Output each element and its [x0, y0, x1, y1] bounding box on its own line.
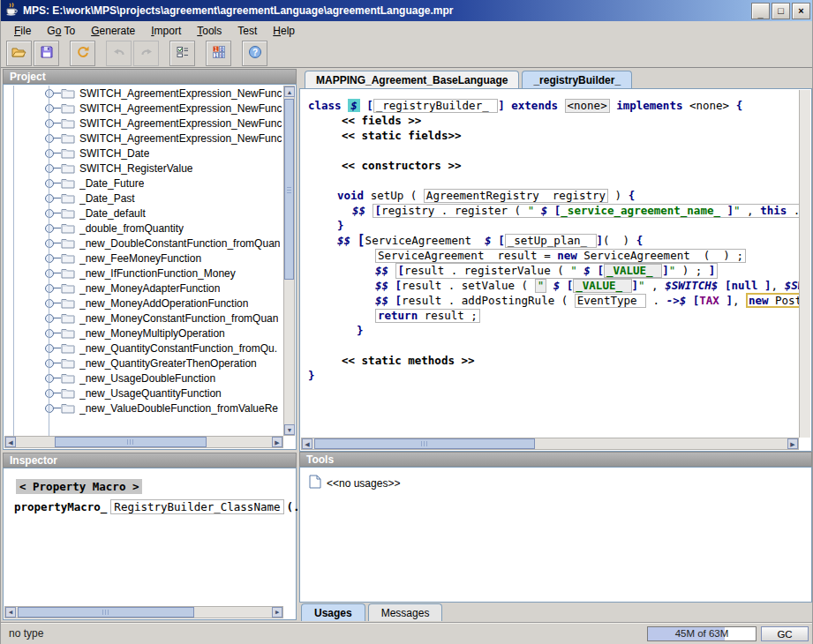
scrollbar-thumb[interactable] — [314, 438, 535, 449]
scroll-left-icon[interactable]: ◀ — [302, 438, 312, 449]
tree-collapsed-handle-icon[interactable] — [45, 404, 54, 413]
scroll-down-icon[interactable]: ▼ — [284, 424, 295, 435]
code-line[interactable] — [301, 173, 799, 188]
editor-cell[interactable]: " — [535, 279, 547, 293]
tree-node[interactable]: SWITCH_AgreementExpression_NewFunc — [4, 101, 283, 116]
editor-cell[interactable]: [result . registerValue ( " $ [_VALUE_ ]… — [395, 263, 719, 279]
property-macro-name[interactable]: propertyMacro_ — [14, 500, 107, 513]
editor-cell[interactable]: ServiceAgreement result = new ServiceAgr… — [375, 249, 746, 263]
tree-node[interactable]: SWITCH_AgreementExpression_NewFunc — [4, 116, 283, 131]
tree-collapsed-handle-icon[interactable] — [45, 314, 54, 323]
property-macro-value-cell[interactable]: RegistryBuilder_ClassName — [110, 499, 283, 514]
code-line[interactable]: $$ [ServiceAgreement $ [_setUp_plan_ ]( … — [301, 233, 799, 248]
reload-button[interactable] — [70, 41, 95, 66]
tree-collapsed-handle-icon[interactable] — [45, 299, 54, 308]
project-vertical-scrollbar[interactable]: ▲ ▼ — [283, 86, 295, 436]
code-line[interactable]: << static methods >> — [301, 353, 799, 368]
tab-registrybuilder[interactable]: _registryBuilder_ — [522, 71, 632, 88]
editor-cell[interactable]: <none> — [565, 99, 610, 113]
tree-node[interactable]: _new_FeeMoneyFunction — [4, 251, 283, 266]
project-horizontal-scrollbar[interactable]: ◀ ▶ — [4, 436, 283, 448]
generate-binary-button[interactable]: 0101 — [206, 41, 231, 66]
tree-collapsed-handle-icon[interactable] — [45, 359, 54, 368]
tools-panel-header[interactable]: Tools — [299, 452, 812, 467]
code-line[interactable]: } — [301, 323, 799, 338]
tree-collapsed-handle-icon[interactable] — [45, 209, 54, 218]
scroll-left-icon[interactable]: ◀ — [5, 437, 16, 447]
tree-collapsed-handle-icon[interactable] — [45, 389, 54, 398]
maximize-button-icon[interactable]: □ — [772, 3, 790, 19]
tab-usages[interactable]: Usages — [301, 603, 365, 621]
minimize-button-icon[interactable]: _ — [751, 3, 770, 19]
menu-import[interactable]: Import — [143, 23, 189, 39]
tab-messages[interactable]: Messages — [368, 603, 443, 621]
tree-node[interactable]: _new_MoneyAdapterFunction — [4, 281, 283, 296]
editor-vertical-scrollbar[interactable] — [799, 90, 810, 438]
tree-node[interactable]: SWITCH_AgreementExpression_NewFunc — [4, 86, 283, 101]
inspector-panel-header[interactable]: Inspector — [3, 453, 297, 468]
tree-node[interactable]: _new_MoneyMultiplyOperation — [4, 326, 283, 341]
tab-mapping-agreement-baselanguage[interactable]: MAPPING_Agreement_BaseLanguage — [305, 71, 519, 88]
tree-collapsed-handle-icon[interactable] — [45, 269, 54, 278]
tree-collapsed-handle-icon[interactable] — [45, 329, 54, 338]
close-button-icon[interactable]: × — [792, 3, 810, 19]
scroll-left-icon[interactable]: ◀ — [5, 607, 16, 618]
tree-node[interactable]: _new_MoneyConstantFunction_fromQuan — [4, 311, 283, 326]
tree-collapsed-handle-icon[interactable] — [45, 254, 54, 263]
open-folder-button[interactable] — [6, 41, 32, 66]
checklist-button[interactable] — [169, 41, 195, 66]
tree-node[interactable]: _new_ValueDoubleFunction_fromValueRe — [4, 401, 283, 416]
tree-node[interactable]: _double_fromQuantity — [4, 221, 283, 236]
editor-cell[interactable]: [registry . register ( " $ [_service_agr… — [373, 204, 799, 218]
tree-collapsed-handle-icon[interactable] — [45, 104, 54, 113]
editor-cell[interactable]: _setUp_plan_ — [505, 234, 597, 248]
code-line[interactable] — [301, 143, 799, 158]
code-line[interactable]: class $ [_registryBuilder_ ] extends <no… — [301, 98, 799, 113]
editor-cell[interactable]: EventType — [575, 294, 646, 308]
scrollbar-thumb[interactable] — [55, 437, 207, 447]
project-panel-header[interactable]: Project — [3, 69, 297, 84]
undo-button[interactable] — [106, 41, 132, 66]
tree-node[interactable]: _new_QuantityConstantFunction_fromQu. — [4, 341, 283, 356]
tree-node[interactable]: _new_UsageDoubleFunction — [4, 371, 283, 386]
scroll-right-icon[interactable]: ▶ — [787, 438, 798, 449]
code-editor[interactable]: class $ [_registryBuilder_ ] extends <no… — [299, 88, 812, 452]
menu-generate[interactable]: Generate — [83, 23, 143, 39]
memory-indicator[interactable]: 45M of 63M — [647, 626, 757, 641]
editor-horizontal-scrollbar[interactable]: ◀ ▶ — [301, 438, 799, 450]
tree-collapsed-handle-icon[interactable] — [45, 194, 54, 203]
tree-node[interactable]: _Date_default — [4, 206, 283, 221]
code-line[interactable]: void setUp ( AgreementRegistry registry … — [301, 188, 799, 203]
help-button[interactable]: ? — [242, 41, 267, 66]
editor-cell[interactable]: AgreementRegistry registry — [424, 189, 608, 203]
tree-collapsed-handle-icon[interactable] — [45, 374, 54, 383]
tree-collapsed-handle-icon[interactable] — [45, 89, 54, 98]
tree-node[interactable]: SWITCH_AgreementExpression_NewFunc — [4, 131, 283, 146]
code-line[interactable]: } — [301, 368, 799, 383]
scroll-up-icon[interactable]: ▲ — [284, 86, 295, 97]
menu-tools[interactable]: Tools — [189, 23, 230, 39]
macro-type-label[interactable]: < Property Macro > — [16, 479, 142, 494]
tree-node[interactable]: SWITCH_Date — [4, 146, 283, 161]
tree-collapsed-handle-icon[interactable] — [45, 224, 54, 233]
tree-collapsed-handle-icon[interactable] — [45, 344, 54, 353]
tree-collapsed-handle-icon[interactable] — [45, 179, 54, 188]
tree-collapsed-handle-icon[interactable] — [45, 134, 54, 143]
code-line[interactable]: << constructors >> — [301, 158, 799, 173]
tree-node[interactable]: _Date_Past — [4, 191, 283, 206]
tree-node[interactable]: _new_QuantityGreaterThenOperation — [4, 356, 283, 371]
code-area[interactable]: class $ [_registryBuilder_ ] extends <no… — [301, 90, 799, 438]
editor-cell[interactable]: _VALUE_ — [573, 279, 631, 293]
tree-collapsed-handle-icon[interactable] — [45, 239, 54, 248]
code-line[interactable]: $$ [result . setValue ( " $ [_VALUE_ ]" … — [301, 278, 799, 293]
save-button[interactable] — [34, 41, 59, 66]
menu-file[interactable]: File — [6, 23, 39, 39]
code-line[interactable] — [301, 338, 799, 353]
tree-node[interactable]: _Date_Future — [4, 176, 283, 191]
code-line[interactable]: } — [301, 218, 799, 233]
code-line[interactable]: << static fields>> — [301, 128, 799, 143]
scrollbar-thumb[interactable] — [284, 99, 294, 280]
scroll-right-icon[interactable]: ▶ — [272, 437, 282, 447]
title-bar[interactable]: MPS: E:\work\MPS\projects\agreement\agre… — [1, 0, 813, 21]
tree-node[interactable]: SWITCH_RegisterValue — [4, 161, 283, 176]
